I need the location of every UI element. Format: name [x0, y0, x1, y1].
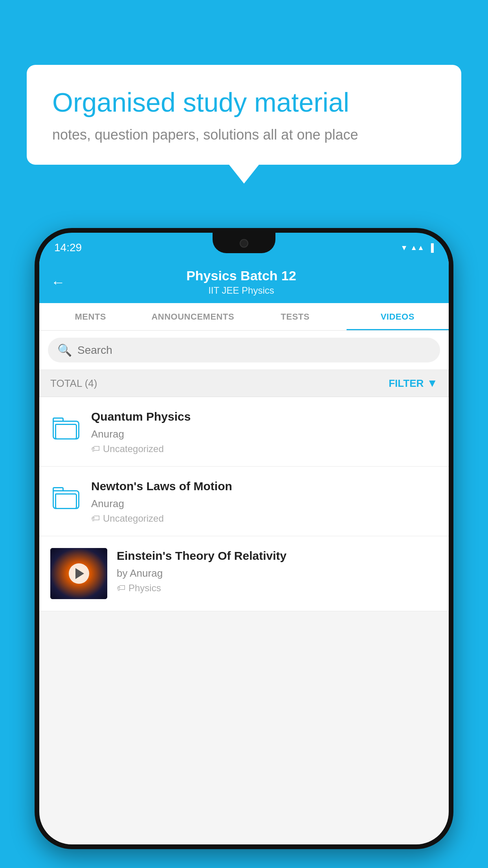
video-author: Anurag [91, 498, 438, 510]
speech-bubble-container: Organised study material notes, question… [27, 65, 461, 184]
tag-label: Physics [128, 583, 161, 594]
folder-icon-wrapper [50, 482, 82, 514]
filter-icon: ▼ [427, 377, 438, 390]
app-content: ← Physics Batch 12 IIT JEE Physics MENTS… [39, 259, 449, 844]
status-time: 14:29 [54, 238, 82, 254]
phone-mockup: 14:29 ▾ ▲▲ ▐ ← Physics Batch 12 IIT JEE … [35, 228, 453, 849]
video-thumbnail [50, 548, 107, 599]
folder-icon [53, 487, 79, 509]
header-title: Physics Batch 12 [73, 268, 409, 283]
search-input[interactable] [77, 344, 431, 357]
phone-inner: 14:29 ▾ ▲▲ ▐ ← Physics Batch 12 IIT JEE … [39, 233, 449, 844]
video-title: Quantum Physics [91, 409, 438, 424]
tag-label: Uncategorized [103, 443, 164, 454]
play-triangle-icon [75, 568, 84, 579]
filter-row: TOTAL (4) FILTER ▼ [39, 370, 449, 397]
tab-videos[interactable]: VIDEOS [347, 303, 449, 330]
speech-bubble-title: Organised study material [52, 86, 436, 119]
video-info: Quantum Physics Anurag 🏷 Uncategorized [91, 409, 438, 454]
tabs-bar: MENTS ANNOUNCEMENTS TESTS VIDEOS [39, 303, 449, 331]
video-info: Einstein's Theory Of Relativity by Anura… [117, 548, 438, 594]
folder-icon [53, 417, 79, 440]
status-icons: ▾ ▲▲ ▐ [402, 239, 434, 253]
total-count: TOTAL (4) [50, 377, 97, 390]
video-title: Newton's Laws of Motion [91, 478, 438, 494]
wifi-icon: ▾ [402, 243, 406, 253]
video-tag: 🏷 Uncategorized [91, 513, 438, 524]
list-item[interactable]: Newton's Laws of Motion Anurag 🏷 Uncateg… [39, 467, 449, 536]
speech-bubble-subtitle: notes, question papers, solutions all at… [52, 127, 436, 143]
filter-button[interactable]: FILTER ▼ [389, 377, 438, 390]
tab-ments[interactable]: MENTS [39, 303, 142, 330]
tag-icon: 🏷 [91, 513, 100, 524]
speech-bubble: Organised study material notes, question… [27, 65, 461, 165]
tag-icon: 🏷 [91, 444, 100, 454]
header-subtitle: IIT JEE Physics [73, 285, 409, 296]
app-header: ← Physics Batch 12 IIT JEE Physics [39, 259, 449, 303]
video-author: by Anurag [117, 567, 438, 579]
tab-announcements[interactable]: ANNOUNCEMENTS [142, 303, 244, 330]
filter-label: FILTER [389, 377, 424, 390]
video-title: Einstein's Theory Of Relativity [117, 548, 438, 563]
back-button[interactable]: ← [51, 275, 65, 289]
list-item[interactable]: Quantum Physics Anurag 🏷 Uncategorized [39, 397, 449, 467]
header-title-area: Physics Batch 12 IIT JEE Physics [73, 268, 409, 296]
signal-icon: ▲▲ [410, 244, 424, 252]
tab-tests[interactable]: TESTS [244, 303, 347, 330]
search-container: 🔍 [39, 331, 449, 370]
video-list: Quantum Physics Anurag 🏷 Uncategorized [39, 397, 449, 611]
video-author: Anurag [91, 428, 438, 440]
video-info: Newton's Laws of Motion Anurag 🏷 Uncateg… [91, 478, 438, 524]
search-input-wrapper: 🔍 [48, 338, 440, 362]
folder-icon-wrapper [50, 413, 82, 444]
speech-bubble-arrow [229, 165, 259, 184]
tag-label: Uncategorized [103, 513, 164, 524]
video-tag: 🏷 Uncategorized [91, 443, 438, 454]
list-item[interactable]: Einstein's Theory Of Relativity by Anura… [39, 536, 449, 611]
search-icon: 🔍 [57, 343, 72, 357]
video-tag: 🏷 Physics [117, 583, 438, 594]
phone-notch [213, 233, 275, 253]
camera [240, 239, 248, 248]
battery-icon: ▐ [428, 243, 434, 252]
play-button[interactable] [69, 563, 89, 584]
tag-icon: 🏷 [117, 583, 125, 593]
